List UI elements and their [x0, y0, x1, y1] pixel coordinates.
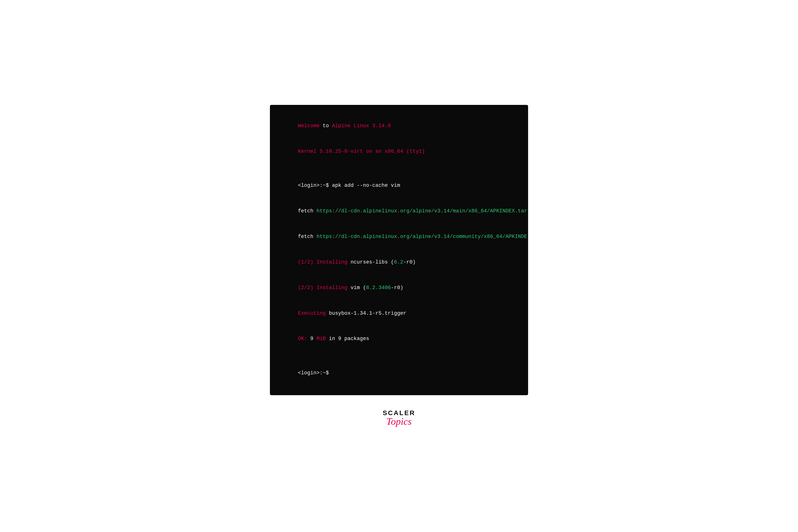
- prompt-line: <login>:~$: [279, 360, 519, 386]
- ok-label: OK:: [298, 336, 310, 342]
- install2-ver: 8.2.3406: [366, 285, 391, 291]
- install1-ver: 6.2: [394, 259, 403, 265]
- fetch1-url: https://dl-cdn.alpinelinux.org/alpine/v3…: [316, 208, 527, 214]
- to-text: to: [320, 123, 332, 129]
- welcome-text: Welcome: [298, 123, 319, 129]
- logo-container: SCALER Topics: [383, 409, 415, 427]
- prompt-2: <login>:~$: [298, 370, 329, 376]
- ok-line: OK: 9 MiB in 9 packages: [279, 326, 519, 352]
- welcome-line: Welcome to Alpine Linux 3.14.0: [279, 113, 519, 139]
- command-line: <login>:~$ apk add --no-cache vim: [279, 173, 519, 198]
- alpine-text: Alpine Linux 3.14.0: [332, 123, 391, 129]
- kernel-line: Kernel 5.10.25-0-virt on an x86_64 (tty1…: [279, 139, 519, 165]
- install2-rev: -r0): [391, 285, 403, 291]
- page-container: Welcome to Alpine Linux 3.14.0 Kernel 5.…: [270, 105, 528, 428]
- fetch2-line: fetch https://dl-cdn.alpinelinux.org/alp…: [279, 224, 519, 250]
- install1-line: (1/2) Installing ncurses-libs (6.2-r0): [279, 250, 519, 275]
- fetch2-label: fetch: [298, 234, 316, 240]
- terminal-window: Welcome to Alpine Linux 3.14.0 Kernel 5.…: [270, 105, 528, 395]
- prompt-1: <login>:~$ apk add --no-cache vim: [298, 183, 400, 188]
- kernel-text: Kernel 5.10.25-0-virt on an x86_64 (tty1…: [298, 149, 425, 154]
- fetch2-url: https://dl-cdn.alpinelinux.org/alpine/v3…: [316, 234, 527, 240]
- blank-line-2: [279, 352, 519, 360]
- fetch1-line: fetch https://dl-cdn.alpinelinux.org/alp…: [279, 198, 519, 224]
- ok-size-num: 9: [310, 336, 316, 342]
- blank-line-1: [279, 165, 519, 173]
- fetch1-label: fetch: [298, 208, 316, 214]
- install2-progress: (2/2) Installing: [298, 285, 347, 291]
- install1-progress: (1/2) Installing: [298, 259, 347, 265]
- install1-rev: -r0): [403, 259, 416, 265]
- ok-size-unit: MiB: [316, 336, 326, 342]
- install2-line: (2/2) Installing vim (8.2.3406-r0): [279, 275, 519, 301]
- executing-label: Executing: [298, 310, 326, 316]
- install1-pkg: ncurses-libs (: [347, 259, 394, 265]
- executing-line: Executing busybox-1.34.1-r5.trigger: [279, 301, 519, 326]
- executing-cmd: busybox-1.34.1-r5.trigger: [326, 310, 406, 316]
- install2-pkg: vim (: [347, 285, 366, 291]
- ok-in: in 9 packages: [326, 336, 369, 342]
- topics-wordmark: Topics: [386, 416, 412, 427]
